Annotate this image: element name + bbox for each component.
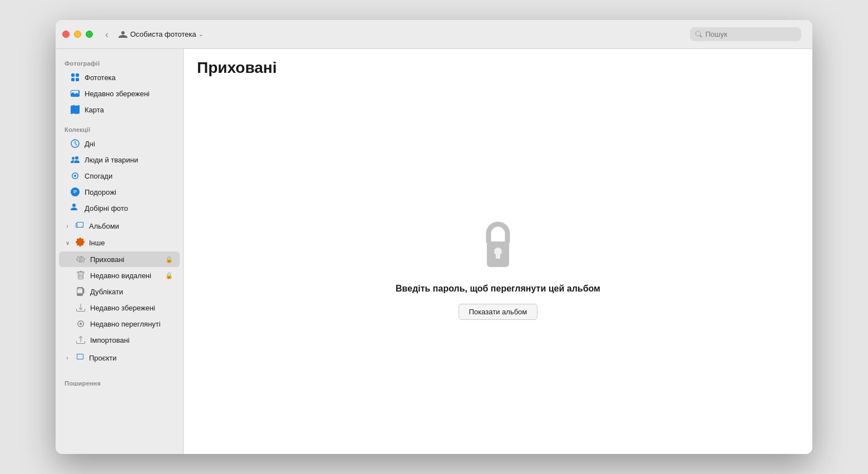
library-name: Особиста фототека — [130, 30, 196, 38]
svg-rect-3 — [496, 253, 500, 259]
albums-label: Альбоми — [89, 222, 119, 230]
main-panel: Приховані Введіть пароль, щоб переглянут… — [184, 49, 812, 454]
hidden-icon — [76, 254, 86, 264]
trash-icon — [76, 270, 86, 280]
library-icon — [70, 72, 80, 82]
imported-icon — [76, 335, 86, 345]
sidebar-item-duplicates-label: Дублікати — [90, 288, 173, 296]
sidebar-item-library[interactable]: Фототека — [59, 70, 180, 85]
recently-viewed-icon — [76, 319, 86, 329]
hidden-lock-icon: 🔒 — [165, 256, 173, 263]
sidebar-item-recently-deleted[interactable]: Недавно видалені 🔒 — [59, 268, 180, 283]
section-label-sharing: Поширення — [56, 376, 183, 389]
featured-icon — [70, 203, 80, 213]
search-bar[interactable] — [690, 27, 801, 41]
sidebar-item-map-label: Карта — [85, 106, 173, 114]
sidebar-item-people-label: Люди й тварини — [85, 156, 173, 164]
sidebar-item-days-label: Дні — [85, 140, 173, 148]
minimize-button[interactable] — [74, 31, 81, 38]
tray-icon — [70, 88, 80, 98]
lock-visual: Введіть пароль, щоб переглянути цей альб… — [396, 218, 600, 320]
sidebar-item-trips-label: Подорожі — [85, 188, 173, 196]
search-icon — [696, 31, 702, 38]
duplicates-icon — [76, 287, 86, 297]
sidebar-item-recently-saved-label: Недавно збережені — [85, 90, 173, 98]
trips-icon — [70, 187, 80, 197]
projects-group-toggle[interactable]: › Проєкти — [59, 350, 180, 366]
people-icon — [70, 155, 80, 165]
content-area: Фотографії Фототека Недавно збережені Ка… — [56, 49, 812, 454]
sidebar-item-recently-saved2-label: Недавно збережені — [90, 304, 173, 312]
search-input[interactable] — [706, 30, 796, 38]
recently-deleted-lock-icon: 🔒 — [165, 272, 173, 279]
other-label: Інше — [89, 239, 105, 247]
sidebar-item-hidden[interactable]: Приховані 🔒 — [59, 251, 180, 267]
sidebar-item-featured-label: Добірні фото — [85, 204, 173, 213]
sidebar-item-recently-deleted-label: Недавно видалені — [90, 271, 161, 280]
albums-icon — [76, 221, 85, 231]
maximize-button[interactable] — [86, 31, 93, 38]
other-icon — [76, 238, 85, 248]
lock-icon — [473, 218, 523, 274]
sidebar-item-recently-saved2[interactable]: Недавно збережені — [59, 300, 180, 315]
lock-message: Введіть пароль, щоб переглянути цей альб… — [396, 284, 600, 294]
projects-chevron: › — [63, 355, 71, 361]
sidebar-item-imported-label: Імпортовані — [90, 336, 173, 344]
library-selector[interactable]: Особиста фототека ⌄ — [114, 28, 208, 41]
map-icon — [70, 105, 80, 115]
close-button[interactable] — [62, 31, 70, 38]
sidebar-item-trips[interactable]: Подорожі — [59, 184, 180, 200]
albums-group-toggle[interactable]: › Альбоми — [59, 218, 180, 234]
back-button[interactable]: ‹ — [102, 27, 112, 42]
library-chevron: ⌄ — [199, 31, 203, 37]
sidebar-item-featured[interactable]: Добірні фото — [59, 200, 180, 216]
traffic-lights — [62, 31, 93, 38]
memories-icon — [70, 171, 80, 181]
sidebar-item-recently-viewed[interactable]: Недавно переглянуті — [59, 316, 180, 332]
sidebar-item-memories[interactable]: Спогади — [59, 168, 180, 184]
other-group-toggle[interactable]: ∨ Інше — [59, 235, 180, 251]
section-label-collections: Колекції — [56, 122, 183, 135]
sidebar-item-days[interactable]: Дні — [59, 136, 180, 151]
main-header: Приховані — [184, 49, 812, 83]
sidebar-item-map[interactable]: Карта — [59, 102, 180, 117]
sidebar-item-imported[interactable]: Імпортовані — [59, 332, 180, 348]
person-icon — [119, 30, 127, 39]
sidebar-item-memories-label: Спогади — [85, 172, 173, 180]
section-label-photos: Фотографії — [56, 56, 183, 69]
sidebar-item-recently-saved[interactable]: Недавно збережені — [59, 86, 180, 101]
main-body: Введіть пароль, щоб переглянути цей альб… — [184, 83, 812, 454]
titlebar: ‹ Особиста фототека ⌄ — [56, 20, 812, 49]
other-chevron: ∨ — [63, 240, 71, 246]
sidebar-item-hidden-label: Приховані — [90, 255, 161, 264]
sidebar: Фотографії Фототека Недавно збережені Ка… — [56, 49, 184, 454]
sidebar-item-library-label: Фототека — [85, 73, 173, 82]
days-icon — [70, 139, 80, 149]
albums-chevron: › — [63, 223, 71, 229]
sidebar-item-duplicates[interactable]: Дублікати — [59, 284, 180, 299]
projects-icon — [76, 353, 85, 363]
app-window: ‹ Особиста фототека ⌄ Фотографії — [56, 20, 812, 454]
show-album-button[interactable]: Показати альбом — [458, 304, 538, 320]
projects-label: Проєкти — [89, 354, 117, 362]
page-title: Приховані — [197, 59, 799, 77]
recently-saved2-icon — [76, 303, 86, 313]
sidebar-item-recently-viewed-label: Недавно переглянуті — [90, 320, 173, 328]
sidebar-item-people[interactable]: Люди й тварини — [59, 152, 180, 167]
